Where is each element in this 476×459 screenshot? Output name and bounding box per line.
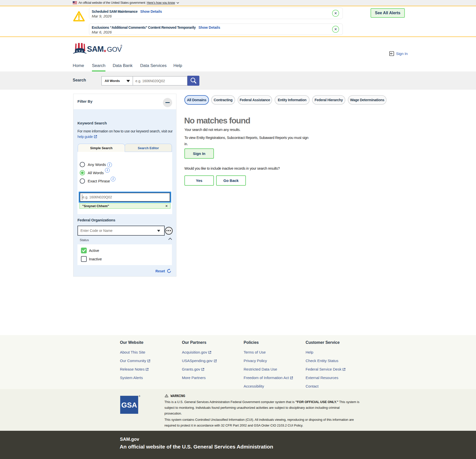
svg-text:GSA: GSA bbox=[121, 401, 137, 409]
svg-text:SAM: SAM bbox=[87, 45, 104, 53]
svg-text:GOV: GOV bbox=[107, 46, 122, 53]
svg-text:®: ® bbox=[120, 44, 122, 47]
